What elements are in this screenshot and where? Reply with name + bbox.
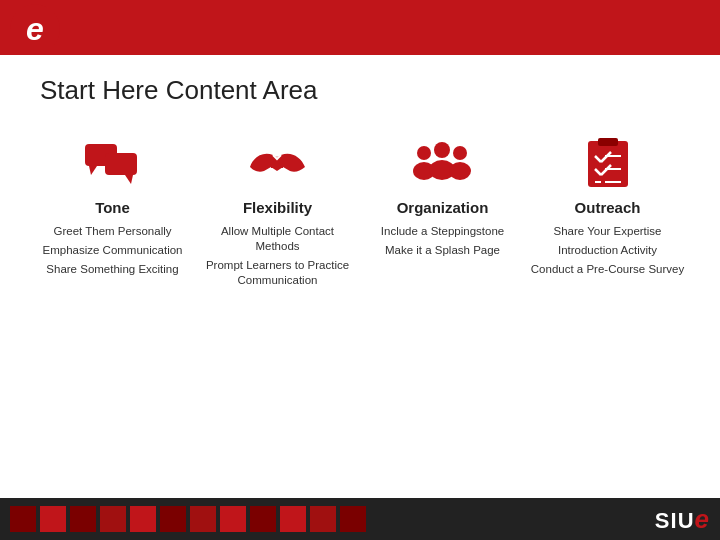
siue-e: e — [695, 504, 710, 534]
flexibility-icon-area — [245, 136, 310, 191]
tone-items: Greet Them Personally Emphasize Communic… — [43, 224, 183, 281]
flexibility-items: Allow Multiple Contact Methods Prompt Le… — [198, 224, 358, 292]
outreach-title: Outreach — [575, 199, 641, 216]
page-title: Start Here Content Area — [40, 75, 690, 106]
list-item: Include a Steppingstone — [381, 224, 504, 239]
logo-circle: e — [10, 4, 60, 54]
square-10 — [280, 506, 306, 532]
main-content: Start Here Content Area Tone Greet Them … — [0, 55, 720, 312]
square-12 — [340, 506, 366, 532]
svg-point-5 — [417, 146, 431, 160]
column-tone: Tone Greet Them Personally Emphasize Com… — [33, 136, 193, 281]
tone-title: Tone — [95, 199, 130, 216]
column-organization: Organization Include a Steppingstone Mak… — [363, 136, 523, 262]
list-item: Prompt Learners to Practice Communicatio… — [198, 258, 358, 288]
column-outreach: Outreach Share Your Expertise Introducti… — [528, 136, 688, 281]
list-item: Make it a Splash Page — [381, 243, 504, 258]
outreach-items: Share Your Expertise Introduction Activi… — [531, 224, 684, 281]
square-4 — [100, 506, 126, 532]
square-8 — [220, 506, 246, 532]
svg-rect-11 — [588, 141, 628, 187]
svg-marker-1 — [89, 166, 97, 175]
square-6 — [160, 506, 186, 532]
speech-bubbles-icon — [83, 139, 143, 189]
handshake-icon — [245, 139, 310, 189]
square-11 — [310, 506, 336, 532]
organization-title: Organization — [397, 199, 489, 216]
list-item: Conduct a Pre-Course Survey — [531, 262, 684, 277]
list-item: Allow Multiple Contact Methods — [198, 224, 358, 254]
square-1 — [10, 506, 36, 532]
square-9 — [250, 506, 276, 532]
list-item: Emphasize Communication — [43, 243, 183, 258]
svg-rect-2 — [105, 153, 137, 175]
svg-point-7 — [434, 142, 450, 158]
bottom-squares — [10, 506, 366, 532]
people-group-icon — [410, 139, 475, 189]
organization-items: Include a Steppingstone Make it a Splash… — [381, 224, 504, 262]
logo-letter: e — [26, 13, 44, 45]
svg-marker-3 — [125, 175, 133, 184]
svg-point-9 — [453, 146, 467, 160]
svg-point-10 — [449, 162, 471, 180]
siue-logo: SIUe — [655, 504, 710, 535]
column-flexibility: Flexibility Allow Multiple Contact Metho… — [198, 136, 358, 292]
top-bar: e — [0, 0, 720, 55]
bottom-bar: SIUe — [0, 498, 720, 540]
list-item: Share Something Exciting — [43, 262, 183, 277]
flexibility-title: Flexibility — [243, 199, 312, 216]
list-item: Greet Them Personally — [43, 224, 183, 239]
list-item: Introduction Activity — [531, 243, 684, 258]
checklist-icon — [583, 136, 633, 191]
square-3 — [70, 506, 96, 532]
square-2 — [40, 506, 66, 532]
tone-icon-area — [80, 136, 145, 191]
organization-icon-area — [410, 136, 475, 191]
square-5 — [130, 506, 156, 532]
list-item: Share Your Expertise — [531, 224, 684, 239]
siue-text: SIU — [655, 508, 695, 533]
square-7 — [190, 506, 216, 532]
svg-rect-12 — [598, 138, 618, 146]
columns-container: Tone Greet Them Personally Emphasize Com… — [30, 136, 690, 292]
outreach-icon-area — [575, 136, 640, 191]
